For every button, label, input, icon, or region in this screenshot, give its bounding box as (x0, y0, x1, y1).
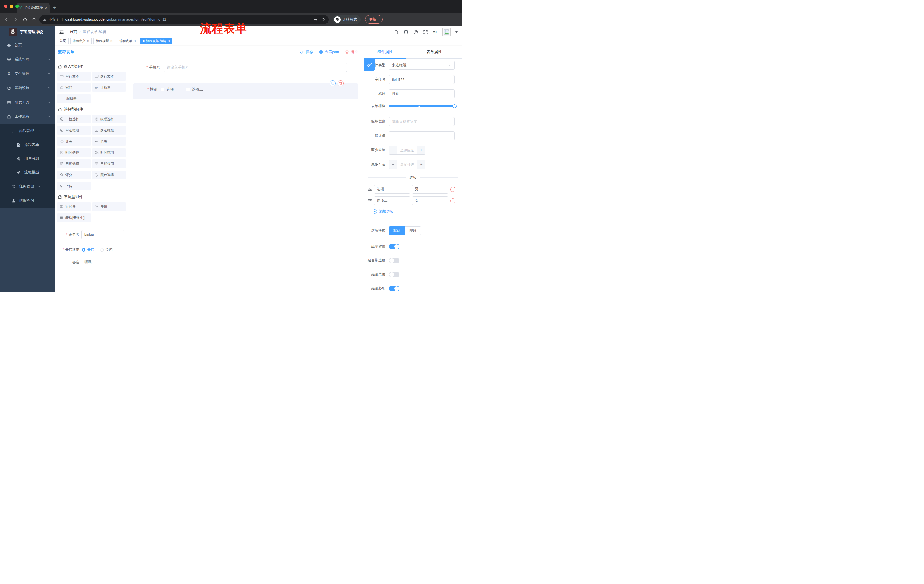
plus-button[interactable]: + (417, 146, 425, 154)
copy-component-button[interactable] (330, 80, 336, 86)
sidebar-item-user-group[interactable]: 用户分组 (0, 152, 55, 165)
palette-item-time-range[interactable]: 时间范围 (92, 148, 126, 157)
default-value-input[interactable] (389, 132, 455, 140)
palette-item-radio-group[interactable]: 单选框组 (57, 126, 91, 135)
slider-handle[interactable] (452, 104, 457, 108)
sidebar-item-leave-query[interactable]: 请假查询 (0, 193, 55, 208)
tag-process-form[interactable]: 流程表单✕ (117, 38, 139, 44)
add-option-button[interactable]: + 添加选项 (364, 209, 462, 214)
show-label-toggle[interactable] (389, 244, 399, 249)
clear-button[interactable]: 清空 (345, 49, 358, 54)
sidebar-item-process-mgmt[interactable]: 流程管理 (0, 124, 55, 138)
minus-button[interactable]: − (389, 160, 397, 169)
search-icon[interactable] (394, 30, 399, 35)
border-toggle[interactable] (389, 258, 399, 263)
palette-item-button[interactable]: 按钮 (92, 202, 126, 211)
form-name-input[interactable] (81, 230, 124, 239)
tab-close-icon[interactable]: ✕ (45, 6, 48, 10)
min-select-input[interactable] (397, 146, 417, 154)
close-icon[interactable]: ✕ (87, 39, 89, 43)
style-default-button[interactable]: 默认 (389, 226, 405, 235)
palette-item-counter[interactable]: 123 计数器 (92, 83, 126, 92)
palette-item-rate[interactable]: 评分 (57, 171, 91, 179)
close-icon[interactable]: ✕ (134, 39, 136, 43)
palette-item-slider[interactable]: 滑块 (92, 137, 126, 146)
remove-option-button[interactable]: − (450, 198, 455, 204)
drag-handle-icon[interactable] (367, 198, 372, 203)
palette-item-table[interactable]: 表格[开发中] (57, 214, 91, 222)
title-input[interactable] (389, 89, 455, 98)
status-closed-radio[interactable]: 关闭 (100, 247, 113, 252)
avatar-dropdown-caret[interactable] (455, 31, 458, 33)
tab-form-props[interactable]: 表单属性 (406, 45, 462, 59)
drag-handle-icon[interactable] (367, 187, 372, 192)
new-tab-button[interactable]: + (53, 5, 56, 11)
tab-component-props[interactable]: 组件属性 (364, 45, 406, 59)
password-key-icon[interactable] (314, 17, 318, 22)
zoom-window-button[interactable] (15, 5, 19, 8)
url-text[interactable]: dashboard.yudao.iocoder.cn/bpm/manager/f… (66, 17, 166, 21)
collapse-sidebar-icon[interactable] (57, 28, 66, 36)
palette-item-editor[interactable]: 编辑器 (57, 94, 91, 103)
back-icon[interactable] (3, 16, 10, 23)
remove-option-button[interactable]: − (450, 187, 455, 192)
palette-item-row-container[interactable]: 行容器 (57, 202, 91, 211)
palette-item-date-range[interactable]: 日期范围 (92, 160, 126, 168)
phone-field-input[interactable] (163, 63, 347, 72)
save-button[interactable]: 保存 (300, 49, 313, 54)
form-grid-slider[interactable] (389, 104, 455, 108)
tag-process-definition[interactable]: 流程定义✕ (70, 38, 92, 44)
delete-component-button[interactable] (338, 80, 344, 86)
fullscreen-icon[interactable] (423, 30, 428, 35)
max-select-input[interactable] (397, 160, 417, 169)
canvas-field-gender-selected[interactable]: 性别 选项一 选项二 (133, 84, 358, 99)
option-value-input[interactable] (412, 196, 448, 205)
palette-item-multi-line-text[interactable]: 多行文本 (92, 72, 126, 81)
palette-item-cascader[interactable]: 级联选择 (92, 115, 126, 123)
palette-item-color-picker[interactable]: 颜色选择 (92, 171, 126, 179)
style-button-button[interactable]: 按钮 (405, 226, 421, 235)
help-icon[interactable] (413, 30, 418, 35)
close-icon[interactable]: ✕ (110, 39, 112, 43)
sidebar-item-dev-tools[interactable]: 研发工具 (0, 95, 55, 109)
option-value-input[interactable] (412, 185, 448, 194)
palette-item-upload[interactable]: 上传 (57, 182, 91, 190)
security-label[interactable]: 不安全 (49, 17, 59, 22)
option-label-input[interactable] (374, 196, 410, 205)
canvas-field-phone[interactable]: 手机号 (130, 63, 358, 72)
minimize-window-button[interactable] (10, 5, 13, 8)
home-icon[interactable] (30, 16, 38, 23)
sidebar-item-workflow[interactable]: 工作流程 (0, 109, 55, 124)
chrome-update-button[interactable]: 更新 (365, 15, 383, 24)
label-width-input[interactable] (389, 117, 455, 126)
checkbox-icon[interactable] (186, 88, 190, 91)
sidebar-item-home[interactable]: 首页 (0, 38, 55, 52)
sidebar-item-process-model[interactable]: 流程模型 (0, 165, 55, 179)
palette-item-time-picker[interactable]: 时间选择 (57, 148, 91, 157)
field-name-input[interactable] (389, 75, 455, 84)
palette-item-single-line-text[interactable]: 单行文本 (57, 72, 91, 81)
minus-button[interactable]: − (389, 146, 397, 154)
gender-option-1[interactable]: 选项一 (161, 86, 178, 92)
github-icon[interactable] (403, 30, 409, 35)
palette-item-select[interactable]: 下拉选择 (57, 115, 91, 123)
browser-menu-icon[interactable] (378, 18, 380, 21)
security-warning-icon[interactable] (43, 18, 46, 21)
sidebar-item-infrastructure[interactable]: 基础设施 (0, 81, 55, 95)
browser-tab[interactable]: 芋道管理系统 ✕ (16, 3, 50, 13)
disabled-toggle[interactable] (389, 272, 399, 277)
palette-item-password[interactable]: 密码 (57, 83, 91, 92)
tag-home[interactable]: 首页 (57, 38, 69, 44)
sidebar-item-system[interactable]: 系统管理 (0, 52, 55, 67)
form-remark-textarea[interactable]: 嘿嘿 (82, 258, 124, 273)
palette-item-checkbox-group[interactable]: 多选框组 (92, 126, 126, 135)
sidebar-item-task-mgmt[interactable]: 任务管理 (0, 179, 55, 193)
sidebar-logo[interactable]: 芋道管理系统 (0, 26, 55, 38)
tag-process-form-edit[interactable]: 流程表单-编辑✕ (140, 38, 172, 44)
status-open-radio[interactable]: 开启 (82, 247, 94, 252)
breadcrumb-home[interactable]: 首页 (70, 30, 77, 35)
palette-item-date-picker[interactable]: 日期选择 (57, 160, 91, 168)
sidebar-item-payment[interactable]: ¥ 支付管理 (0, 67, 55, 81)
option-label-input[interactable] (374, 185, 410, 194)
close-icon[interactable]: ✕ (168, 39, 170, 43)
